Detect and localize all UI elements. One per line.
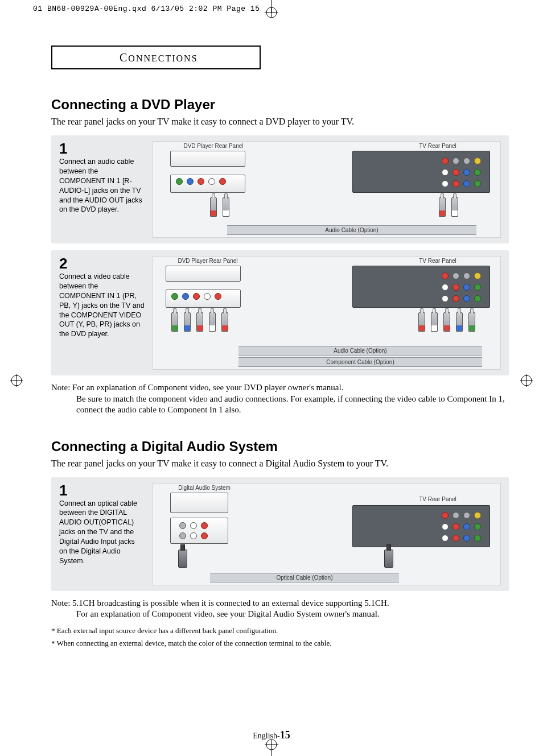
jack-icon	[463, 169, 470, 176]
label-das: Digital Audio System	[170, 485, 238, 491]
jack-icon	[452, 180, 459, 187]
file-slug: 01 BN68-00929A-00Eng.qxd 6/13/05 2:02 PM…	[33, 5, 260, 13]
optical-plug-icon	[384, 550, 393, 568]
cable-label-audio: Audio Cable (Option)	[238, 346, 482, 356]
jack-icon	[176, 178, 183, 185]
jack-icon	[463, 295, 470, 302]
dvd-unit-icon	[166, 266, 241, 282]
rca-plug-icon	[221, 312, 228, 332]
dvd-unit-icon	[170, 151, 245, 167]
jack-icon	[474, 284, 481, 291]
jack-icon	[442, 180, 449, 187]
rca-plug-icon	[210, 197, 217, 217]
step-number: 1	[59, 141, 145, 156]
jack-icon	[190, 522, 197, 529]
jack-icon	[442, 284, 449, 291]
jack-icon	[452, 272, 459, 279]
das-step-1-panel: 1 Connect an optical cable between the D…	[51, 477, 509, 591]
dvd-step-1-panel: 1 Connect an audio cable between the COM…	[51, 135, 509, 243]
jack-icon	[201, 532, 208, 539]
jack-icon	[474, 180, 481, 187]
jack-icon	[463, 180, 470, 187]
step-text: Connect an optical cable between the DIG…	[59, 499, 145, 566]
jack-icon	[179, 532, 186, 539]
das-jack-panel-icon	[170, 518, 228, 544]
das-unit-icon	[170, 493, 228, 513]
jack-icon	[474, 512, 481, 519]
dvd-step-2-panel: 2 Connect a video cable between the COMP…	[51, 250, 509, 375]
jack-icon	[452, 512, 459, 519]
section-tab: CONNECTIONS	[51, 46, 261, 69]
jack-icon	[442, 523, 449, 530]
label-tv-rear: TV Rear Panel	[409, 496, 466, 502]
jack-icon	[201, 522, 208, 529]
jack-icon	[474, 272, 481, 279]
jack-icon	[474, 523, 481, 530]
jack-icon	[442, 512, 449, 519]
rca-plug-icon	[451, 197, 458, 217]
jack-icon	[463, 523, 470, 530]
jack-icon	[187, 178, 194, 185]
dvd-step-1-diagram: DVD Player Rear Panel TV Rear Panel	[153, 141, 501, 238]
rca-plug-icon	[456, 312, 463, 332]
step-text: Connect a video cable between the COMPON…	[59, 272, 145, 339]
rca-plug-icon	[184, 312, 191, 332]
jack-icon	[179, 522, 186, 529]
optical-plug-icon	[178, 550, 187, 568]
jack-icon	[190, 532, 197, 539]
jack-icon	[452, 169, 459, 176]
rca-plug-icon	[171, 312, 178, 332]
jack-icon	[452, 158, 459, 164]
jack-icon	[193, 293, 200, 300]
jack-icon	[474, 158, 481, 164]
jack-icon	[452, 523, 459, 530]
rca-plug-icon	[418, 312, 425, 332]
jack-icon	[442, 535, 449, 542]
jack-icon	[474, 295, 481, 302]
jack-icon	[204, 293, 211, 300]
jack-icon	[208, 178, 215, 185]
step-text: Connect an audio cable between the COMPO…	[59, 157, 145, 214]
label-tv-rear: TV Rear Panel	[409, 258, 466, 264]
jack-icon	[452, 535, 459, 542]
intro-dvd: The rear panel jacks on your TV make it …	[51, 116, 509, 127]
page-number: English-15	[253, 729, 290, 741]
intro-das: The rear panel jacks on your TV make it …	[51, 458, 509, 469]
jack-icon	[182, 293, 189, 300]
heading-das: Connecting a Digital Audio System	[51, 439, 509, 455]
jack-icon	[474, 535, 481, 542]
cable-label: Audio Cable (Option)	[227, 225, 476, 235]
jack-icon	[442, 295, 449, 302]
footnote-2: * When connecting an external device, ma…	[51, 638, 509, 648]
cable-label-component: Component Cable (Option)	[238, 357, 482, 367]
heading-dvd: Connecting a DVD Player	[51, 97, 509, 113]
jack-icon	[442, 169, 449, 176]
section-tab-label: CONNECTIONS	[120, 51, 198, 64]
jack-icon	[463, 158, 470, 164]
crop-mark-top	[260, 0, 283, 19]
dvd-step-2-diagram: DVD Player Rear Panel TV Rear Panel	[153, 256, 501, 370]
rca-plug-icon	[468, 312, 475, 332]
das-step-1-diagram: Digital Audio System TV Rear Panel	[153, 483, 501, 585]
rca-plug-icon	[223, 197, 229, 217]
jack-icon	[442, 158, 449, 164]
jack-icon	[463, 284, 470, 291]
footnote-1: * Each external input source device has …	[51, 626, 509, 636]
rca-plug-icon	[439, 197, 446, 217]
rca-plug-icon	[196, 312, 203, 332]
jack-icon	[463, 535, 470, 542]
jack-icon	[463, 512, 470, 519]
registration-mark-right	[520, 374, 533, 387]
jack-icon	[463, 272, 470, 279]
step-number: 1	[59, 483, 145, 498]
rca-plug-icon	[443, 312, 450, 332]
jack-icon	[474, 169, 481, 176]
jack-icon	[215, 293, 221, 300]
rca-plug-icon	[431, 312, 438, 332]
label-dvd-rear: DVD Player Rear Panel	[179, 143, 248, 149]
registration-mark-left	[10, 374, 23, 387]
jack-icon	[171, 293, 178, 300]
note-das: Note: 5.1CH broadcasting is possible whe…	[51, 598, 509, 620]
jack-icon	[198, 178, 204, 185]
jack-icon	[452, 295, 459, 302]
